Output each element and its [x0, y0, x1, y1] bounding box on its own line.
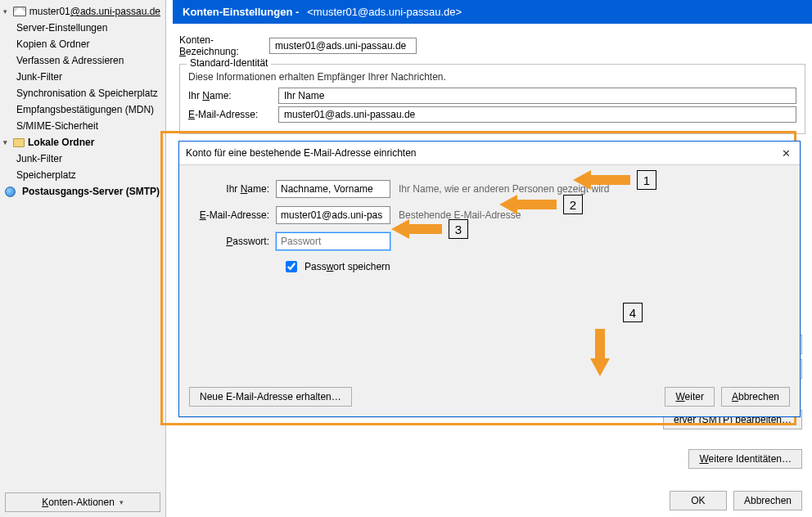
dialog-titlebar: Konto für eine bestehende E-Mail-Adresse… — [179, 142, 800, 165]
dlg-save-password-label: Passwort speichern — [304, 261, 390, 272]
local-folders-root[interactable]: ▾ Lokale Ordner — [0, 134, 165, 151]
annotation-number-4: 4 — [623, 303, 643, 322]
folder-icon — [13, 138, 25, 147]
smtp-label: Postausgangs-Server (SMTP) — [22, 186, 160, 197]
smtp-root[interactable]: Postausgangs-Server (SMTP) — [0, 183, 165, 200]
dlg-password-label: Passwort: — [192, 236, 276, 247]
titlebar: Konten-Einstellungen - <muster01@ads.uni… — [173, 0, 812, 24]
sidebar-item-junk-filter[interactable]: Junk-Filter — [0, 69, 165, 85]
sidebar-item-local-junk[interactable]: Junk-Filter — [0, 151, 165, 167]
local-folders-label: Lokale Ordner — [28, 137, 94, 148]
arrow-down-icon — [590, 329, 610, 376]
account-root[interactable]: ▾ muster01@ads.uni-passau.de — [0, 3, 165, 20]
titlebar-email: <muster01@ads.uni-passau.de> — [307, 6, 462, 18]
annotation-number-3: 3 — [449, 219, 468, 239]
globe-icon — [5, 187, 16, 197]
chevron-down-icon: ▾ — [3, 138, 10, 146]
dlg-name-label: Ihr Name: — [192, 183, 276, 195]
more-identities-button[interactable]: Weitere Identitäten… — [688, 449, 802, 469]
sidebar-item-mdn[interactable]: Empfangsbestätigungen (MDN) — [0, 101, 165, 118]
arrow-icon — [573, 170, 630, 190]
designation-input[interactable] — [269, 38, 417, 54]
name-label: Ihr Name: — [188, 90, 278, 101]
sidebar-item-smime[interactable]: S/MIME-Sicherheit — [0, 118, 165, 134]
mail-icon — [13, 7, 26, 16]
checkbox-icon[interactable] — [286, 261, 297, 272]
name-input[interactable] — [278, 88, 796, 104]
dlg-email-label: E-Mail-Adresse: — [192, 209, 276, 221]
dlg-password-input[interactable] — [276, 232, 390, 250]
sidebar-item-server-settings[interactable]: Server-Einstellungen — [0, 20, 165, 36]
identity-fieldset: Standard-Identität Diese Informationen e… — [179, 64, 805, 134]
sidebar: ▾ muster01@ads.uni-passau.de Server-Eins… — [0, 0, 166, 517]
identity-hint: Diese Informationen erhalten Empfänger I… — [188, 71, 796, 83]
account-tree: ▾ muster01@ads.uni-passau.de Server-Eins… — [0, 0, 165, 489]
titlebar-prefix: Konten-Einstellungen - — [183, 6, 299, 18]
annotation-number-2: 2 — [563, 195, 583, 214]
dlg-save-password-checkbox[interactable]: Passwort speichern — [282, 258, 787, 275]
new-email-button[interactable]: Neue E-Mail-Adresse erhalten… — [189, 387, 352, 407]
arrow-icon — [391, 219, 442, 239]
ok-button[interactable]: OK — [670, 491, 727, 510]
identity-legend: Standard-Identität — [187, 57, 271, 69]
chevron-down-icon: ▾ — [3, 7, 10, 16]
dlg-email-input[interactable] — [276, 206, 390, 224]
dlg-cancel-button[interactable]: Abbrechen — [721, 387, 790, 407]
setup-dialog: Konto für eine bestehende E-Mail-Adresse… — [178, 141, 801, 417]
account-root-label: muster01@ads.uni-passau.de — [29, 6, 160, 17]
account-actions-button[interactable]: Konten-Aktionen — [5, 492, 160, 512]
arrow-icon — [499, 195, 557, 214]
dialog-title-text: Konto für eine bestehende E-Mail-Adresse… — [186, 147, 417, 159]
sidebar-item-compose-address[interactable]: Verfassen & Adressieren — [0, 52, 165, 69]
email-input[interactable] — [278, 106, 796, 123]
close-icon[interactable]: ✕ — [778, 146, 793, 160]
sidebar-item-local-storage[interactable]: Speicherplatz — [0, 167, 165, 183]
next-button[interactable]: Weiter — [665, 387, 714, 407]
email-label: E-Mail-Adresse: — [188, 109, 278, 120]
sidebar-item-copies-folders[interactable]: Kopien & Ordner — [0, 36, 165, 52]
dlg-name-input[interactable] — [276, 180, 390, 198]
sidebar-item-sync-storage[interactable]: Synchronisation & Speicherplatz — [0, 85, 165, 101]
designation-label: Konten-Bezeichnung: — [179, 34, 269, 57]
annotation-number-1: 1 — [637, 170, 656, 190]
cancel-button[interactable]: Abbrechen — [733, 491, 802, 510]
